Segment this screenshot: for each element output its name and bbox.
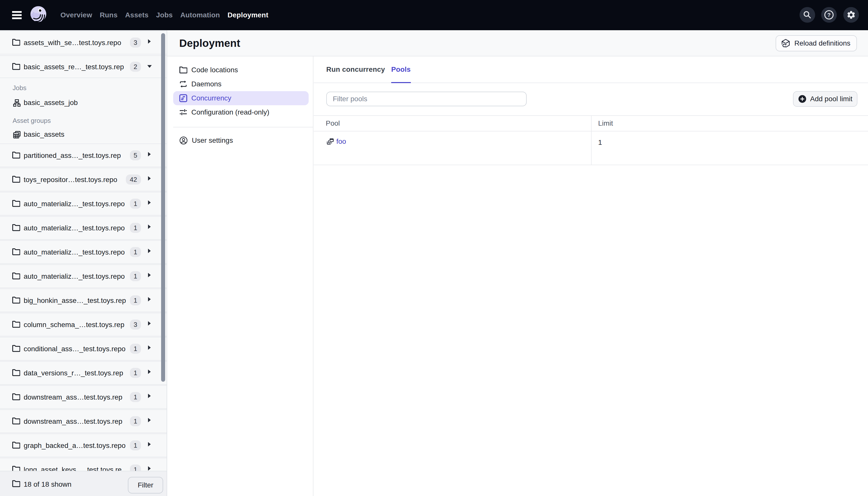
svg-text:?: ?	[827, 12, 831, 18]
